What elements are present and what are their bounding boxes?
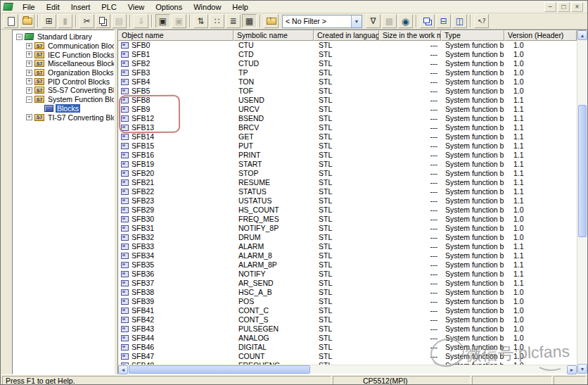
- download-button[interactable]: ⇓: [134, 14, 148, 28]
- close-button[interactable]: ×: [571, 2, 583, 12]
- restore-button[interactable]: □: [558, 2, 570, 12]
- tree-item-blocks[interactable]: Blocks: [13, 104, 114, 113]
- vscroll-track[interactable]: [577, 40, 587, 364]
- cascade-windows-button[interactable]: [420, 14, 435, 28]
- table-row[interactable]: SFB0CTUSTL---System function block1.0: [118, 41, 577, 50]
- table-row[interactable]: SFB13BRCVSTL---System function block1.1: [118, 123, 577, 132]
- scroll-up-icon[interactable]: ▲: [577, 30, 587, 40]
- sort-button[interactable]: ⇅: [193, 14, 208, 28]
- table-row[interactable]: SFB9URCVSTL---System function block1.1: [118, 105, 577, 114]
- table-row[interactable]: SFB30FREQ_MESSTL---System function block…: [118, 215, 577, 224]
- memory-card-button[interactable]: ▮: [58, 14, 72, 28]
- netpro-button[interactable]: ◉: [398, 14, 413, 28]
- expand-icon[interactable]: +: [26, 114, 32, 120]
- table-row[interactable]: SFB32DRUMSTL---System function block1.0: [118, 233, 577, 242]
- accessible-nodes-button[interactable]: ⊞: [41, 14, 56, 28]
- table-row[interactable]: SFB41CONT_CSTL---System function block1.…: [118, 306, 577, 315]
- expand-icon[interactable]: +: [26, 43, 32, 49]
- expand-icon[interactable]: +: [26, 78, 32, 84]
- online-button[interactable]: ▣: [155, 14, 170, 28]
- chevron-down-icon[interactable]: ▼: [351, 15, 362, 27]
- table-row[interactable]: SFB44ANALOGSTL---System function block1.…: [118, 334, 577, 343]
- large-icons-view-button[interactable]: ∷: [210, 14, 224, 28]
- menu-view[interactable]: View: [122, 1, 151, 13]
- table-row[interactable]: SFB1CTDSTL---System function block1.0: [118, 50, 577, 59]
- tree-item-pid-control-blocks[interactable]: +S7PID Control Blocks: [13, 77, 114, 86]
- table-row[interactable]: SFB48FREQUENCSTL---System function block…: [118, 361, 577, 365]
- table-row[interactable]: SFB4TONSTL---System function block1.0: [118, 77, 577, 87]
- collapse-icon[interactable]: −: [16, 34, 23, 40]
- new-file-button[interactable]: [4, 14, 18, 28]
- scroll-down-icon[interactable]: ▼: [577, 364, 587, 374]
- menu-insert[interactable]: Insert: [65, 1, 96, 13]
- table-row[interactable]: SFB36NOTIFYSTL---System function block1.…: [118, 270, 577, 279]
- table-row[interactable]: SFB19STARTSTL---System function block1.1: [118, 160, 577, 169]
- table-row[interactable]: SFB34ALARM_8STL---System function block1…: [118, 251, 577, 260]
- set-filter-button[interactable]: ∇: [366, 14, 381, 28]
- table-row[interactable]: SFB21RESUMESTL---System function block1.…: [118, 178, 577, 187]
- table-row[interactable]: SFB29HS_COUNTSTL---System function block…: [118, 206, 577, 215]
- list-view-button[interactable]: ≣: [226, 14, 241, 28]
- menu-window[interactable]: Window: [188, 1, 226, 13]
- table-row[interactable]: SFB8USENDSTL---System function block1.1: [118, 96, 577, 105]
- filter-combobox[interactable]: < No Filter > ▼: [282, 15, 362, 28]
- split-horizontal-button[interactable]: ⊟: [436, 14, 451, 28]
- expand-icon[interactable]: +: [26, 70, 32, 76]
- table-row[interactable]: SFB39POSSTL---System function block1.0: [118, 297, 577, 306]
- table-row[interactable]: SFB33ALARMSTL---System function block1.1: [118, 242, 577, 251]
- column-header-created-in-language[interactable]: Created in language: [314, 30, 379, 41]
- expand-icon[interactable]: +: [26, 87, 32, 94]
- table-row[interactable]: SFB5TOFSTL---System function block1.0: [118, 87, 577, 96]
- table-row[interactable]: SFB37AR_SENDSTL---System function block1…: [118, 279, 577, 288]
- split-vertical-button[interactable]: ◫: [452, 14, 467, 28]
- table-row[interactable]: SFB47COUNTSTL---System function block1.0: [118, 352, 577, 361]
- table-row[interactable]: SFB38HSC_A_BSTL---System function block1…: [118, 288, 577, 297]
- column-header-size-in-the-work-me-[interactable]: Size in the work me...: [379, 30, 441, 41]
- scroll-right-icon[interactable]: ►: [567, 365, 577, 374]
- tree-item-system-function-blocks[interactable]: −S7System Function Blocks: [13, 95, 114, 104]
- tree-item-ti-s7-converting-blocks[interactable]: +S7TI-S7 Converting Blocks: [13, 113, 114, 122]
- table-row[interactable]: SFB31NOTIFY_8PSTL---System function bloc…: [118, 224, 577, 233]
- table-row[interactable]: SFB16PRINTSTL---System function block1.1: [118, 151, 577, 160]
- menu-options[interactable]: Options: [150, 1, 188, 13]
- column-header-version-header-[interactable]: Version (Header): [504, 30, 577, 41]
- table-row[interactable]: SFB42CONT_SSTL---System function block1.…: [118, 315, 577, 324]
- tree-item-standard-library[interactable]: −Standard Library: [13, 32, 114, 42]
- open-file-button[interactable]: [20, 14, 34, 28]
- details-view-button[interactable]: ▦: [242, 14, 257, 28]
- menu-file[interactable]: File: [17, 1, 41, 13]
- menu-help[interactable]: Help: [226, 1, 254, 13]
- up-one-level-button[interactable]: [264, 14, 279, 28]
- copy-button[interactable]: [96, 14, 110, 28]
- paste-button[interactable]: ▤: [112, 14, 127, 28]
- column-header-symbolic-name[interactable]: Symbolic name: [234, 30, 314, 41]
- scroll-left-icon[interactable]: ◄: [118, 365, 128, 374]
- table-row[interactable]: SFB3TPSTL---System function block1.0: [118, 68, 577, 77]
- offline-button[interactable]: ▣: [172, 14, 186, 28]
- collapse-icon[interactable]: −: [26, 96, 32, 103]
- table-row[interactable]: SFB20STOPSTL---System function block1.1: [118, 169, 577, 178]
- simulate-modules-button[interactable]: ▩: [382, 14, 397, 28]
- tree-item-communication-blocks[interactable]: +S7Communication Blocks: [13, 42, 114, 51]
- vscroll-thumb[interactable]: [578, 105, 587, 237]
- menu-plc[interactable]: PLC: [96, 1, 122, 13]
- table-row[interactable]: SFB12BSENDSTL---System function block1.1: [118, 114, 577, 123]
- table-row[interactable]: SFB14GETSTL---System function block1.1: [118, 132, 577, 141]
- horizontal-scrollbar[interactable]: ◄ ►: [118, 365, 577, 374]
- table-row[interactable]: SFB35ALARM_8PSTL---System function block…: [118, 260, 577, 270]
- table-row[interactable]: SFB43PULSEGENSTL---System function block…: [118, 324, 577, 334]
- table-row[interactable]: SFB23USTATUSSTL---System function block1…: [118, 196, 577, 206]
- help-pointer-button[interactable]: ↖?: [474, 14, 489, 28]
- vertical-scrollbar[interactable]: ▲ ▼: [577, 30, 587, 374]
- tree-item-s5-s7-converting-blocks[interactable]: +S7S5-S7 Converting Blocks: [13, 86, 114, 95]
- tree-item-miscellaneous-blocks[interactable]: +S7Miscellaneous Blocks: [13, 59, 114, 68]
- column-header-type[interactable]: Type: [441, 30, 504, 41]
- hscroll-thumb[interactable]: [129, 365, 310, 374]
- menu-edit[interactable]: Edit: [41, 1, 65, 13]
- column-header-object-name[interactable]: Object name: [118, 30, 234, 41]
- expand-icon[interactable]: +: [26, 61, 32, 67]
- minimize-button[interactable]: −: [544, 2, 556, 12]
- tree-item-iec-function-blocks[interactable]: +S7IEC Function Blocks: [13, 50, 114, 59]
- tree-item-organization-blocks[interactable]: +S7Organization Blocks: [13, 68, 114, 77]
- expand-icon[interactable]: +: [26, 51, 32, 58]
